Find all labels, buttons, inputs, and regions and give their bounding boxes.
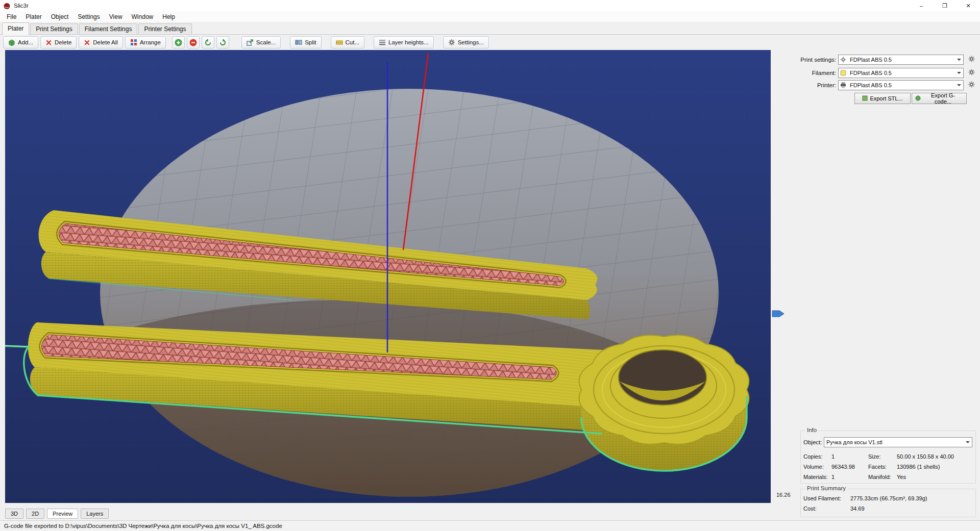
info-groupbox: Info Object: Ручка для косы V1.stl Copie… <box>800 431 976 484</box>
print-settings-value: FDPlast ABS 0.5 <box>848 57 955 63</box>
cost-label: Cost: <box>803 505 817 512</box>
cost-row: Cost: 34.69 <box>801 505 975 513</box>
used-filament-row: Used Filament: 2775.33cm (66.75cm³, 69.3… <box>801 495 975 502</box>
main-tabstrip: Plater Print Settings Filament Settings … <box>0 22 980 35</box>
app-icon <box>3 2 11 10</box>
gear-icon <box>968 69 975 77</box>
chevron-down-icon <box>955 82 963 88</box>
minimize-button[interactable]: – <box>910 0 933 11</box>
materials-label: Materials: <box>803 474 828 480</box>
printer-select[interactable]: FDPlast ABS 0.5 <box>838 80 964 90</box>
menu-help[interactable]: Help <box>158 13 180 20</box>
view-tab-3d[interactable]: 3D <box>5 509 23 519</box>
layer-slider-handle[interactable] <box>772 309 785 318</box>
add-button[interactable]: Add... <box>3 36 38 48</box>
layer-heights-button[interactable]: Layer heights... <box>374 36 434 48</box>
manifold-label: Manifold: <box>868 474 891 480</box>
tab-plater[interactable]: Plater <box>2 22 29 35</box>
copies-value: 1 <box>831 453 835 460</box>
menu-object[interactable]: Object <box>46 13 74 20</box>
tab-filament-settings[interactable]: Filament Settings <box>79 23 138 34</box>
print-settings-select[interactable]: FDPlast ABS 0.5 <box>838 55 964 65</box>
size-label: Size: <box>868 453 880 460</box>
settings-gear-icon <box>448 39 455 46</box>
delete-button[interactable]: Delete <box>40 36 77 48</box>
print-summary-groupbox: Print Summary Used Filament: 2775.33cm (… <box>800 489 976 517</box>
cost-value: 34.69 <box>850 505 865 512</box>
statusbar: G-code file exported to D:\vipus\Documen… <box>0 520 980 531</box>
export-stl-label: Export STL... <box>870 95 902 102</box>
printer-value: FDPlast ABS 0.5 <box>848 82 955 88</box>
filament-gear-button[interactable] <box>967 68 976 78</box>
maximize-button[interactable]: ❒ <box>933 0 957 11</box>
used-filament-label: Used Filament: <box>803 495 841 501</box>
volume-value: 96343.98 <box>831 464 855 470</box>
decrease-copies-button[interactable] <box>187 36 200 48</box>
export-gcode-button[interactable]: Export G-code... <box>912 93 967 104</box>
print-summary-legend: Print Summary <box>805 485 848 491</box>
rotate-ccw-button[interactable] <box>202 36 214 48</box>
facets-value: 130986 (1 shells) <box>897 464 940 470</box>
info-row-materials-manifold: Materials: 1 Manifold: Yes <box>801 474 975 481</box>
export-stl-icon <box>862 95 868 102</box>
chevron-down-icon <box>955 70 963 76</box>
printer-gear-button[interactable] <box>967 81 976 90</box>
view-tab-2d[interactable]: 2D <box>26 509 44 519</box>
gear-icon <box>968 81 975 89</box>
menu-window[interactable]: Window <box>127 13 158 20</box>
menu-view[interactable]: View <box>105 13 127 20</box>
printer-icon <box>839 82 848 88</box>
manifold-value: Yes <box>897 474 906 480</box>
settings-button[interactable]: Settings... <box>443 36 489 48</box>
print-settings-gear-button[interactable] <box>967 55 976 64</box>
filament-select[interactable]: FDPlast ABS 0.5 <box>838 68 964 78</box>
layer-slider-strip: 16.26 <box>771 50 799 509</box>
export-gcode-icon <box>915 95 921 102</box>
menubar: File Plater Object Settings View Window … <box>0 11 980 22</box>
scale-button[interactable]: Scale... <box>241 36 281 48</box>
add-icon <box>8 39 15 46</box>
status-text: G-code file exported to D:\vipus\Documen… <box>4 523 282 529</box>
export-stl-button[interactable]: Export STL... <box>854 93 911 104</box>
arrange-icon <box>130 39 137 46</box>
close-button[interactable]: ✕ <box>957 0 980 11</box>
filament-value: FDPlast ABS 0.5 <box>848 70 955 76</box>
printer-label: Printer: <box>799 82 838 88</box>
tab-printer-settings[interactable]: Printer Settings <box>138 23 191 34</box>
model-ring <box>579 335 749 471</box>
split-button[interactable]: Split <box>290 36 321 48</box>
filament-row: Filament: FDPlast ABS 0.5 <box>799 67 979 78</box>
print-settings-label: Print settings: <box>799 57 838 63</box>
menu-plater[interactable]: Plater <box>21 13 46 20</box>
layer-heights-icon <box>379 39 386 46</box>
tab-print-settings[interactable]: Print Settings <box>30 23 78 34</box>
plus-circle-icon <box>174 38 183 47</box>
cut-button-label: Cut... <box>346 39 359 45</box>
slic3r-window: Slic3r – ❒ ✕ File Plater Object Settings… <box>0 0 980 531</box>
increase-copies-button[interactable] <box>172 36 185 48</box>
delete-all-button[interactable]: Delete All <box>79 36 123 48</box>
rotate-cw-button[interactable] <box>216 36 229 48</box>
chevron-down-icon <box>955 57 963 63</box>
scale-button-label: Scale... <box>256 39 276 45</box>
split-icon <box>295 39 302 46</box>
arrange-button[interactable]: Arrange <box>125 36 166 48</box>
menu-file[interactable]: File <box>2 13 21 20</box>
object-row: Object: Ручка для косы V1.stl <box>803 437 972 447</box>
view-tab-preview[interactable]: Preview <box>47 509 78 519</box>
layer-heights-button-label: Layer heights... <box>388 39 429 45</box>
titlebar: Slic3r – ❒ ✕ <box>0 0 980 11</box>
delete-all-icon <box>84 39 90 46</box>
print-settings-row: Print settings: FDPlast ABS 0.5 <box>799 54 979 65</box>
rotate-ccw-icon <box>204 38 212 47</box>
object-select[interactable]: Ручка для косы V1.stl <box>824 437 972 447</box>
view-tab-layers[interactable]: Layers <box>81 509 109 519</box>
materials-value: 1 <box>831 474 835 480</box>
cut-button[interactable]: Cut... <box>331 36 364 48</box>
menu-settings[interactable]: Settings <box>73 13 104 20</box>
window-controls: – ❒ ✕ <box>910 0 980 11</box>
print-settings-icon <box>839 57 848 63</box>
3d-preview-viewport[interactable] <box>5 50 771 503</box>
copies-label: Copies: <box>803 453 822 460</box>
size-value: 50.00 x 150.58 x 40.00 <box>897 453 954 460</box>
